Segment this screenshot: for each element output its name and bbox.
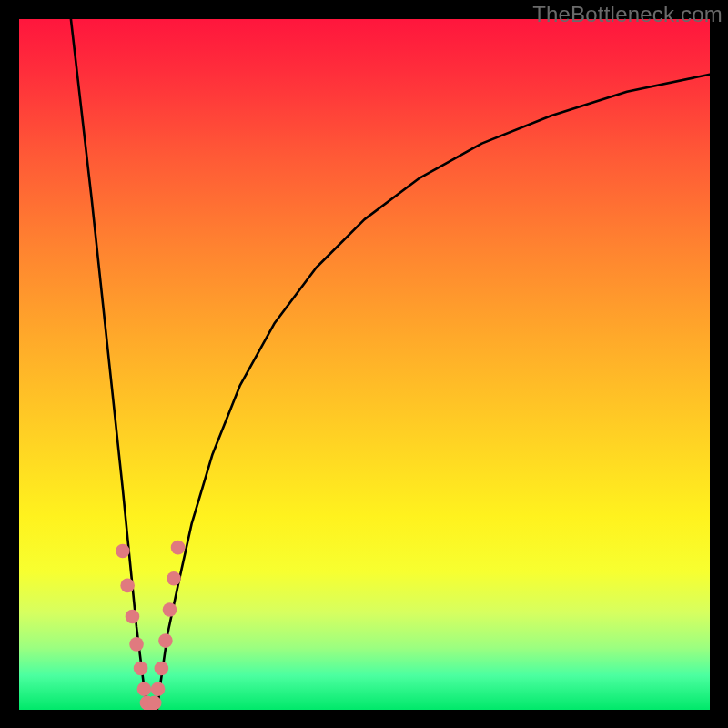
data-dot <box>163 602 177 617</box>
curve-right-branch <box>157 75 710 710</box>
data-dot <box>151 682 166 696</box>
plot-area <box>19 19 710 710</box>
data-dot <box>155 662 169 676</box>
data-dot <box>126 610 140 624</box>
data-dot <box>147 696 162 710</box>
data-dot <box>158 633 173 648</box>
data-dot <box>129 637 144 652</box>
data-dot <box>171 541 186 555</box>
data-dot <box>167 571 181 586</box>
data-dot <box>116 544 130 559</box>
curves-svg <box>19 19 710 710</box>
curve-left-branch <box>71 19 147 710</box>
chart-frame: TheBottleneck.com <box>0 0 728 728</box>
watermark-text: TheBottleneck.com <box>532 2 723 27</box>
data-dot <box>137 682 152 696</box>
data-dot <box>120 579 135 593</box>
data-dot <box>134 662 148 676</box>
